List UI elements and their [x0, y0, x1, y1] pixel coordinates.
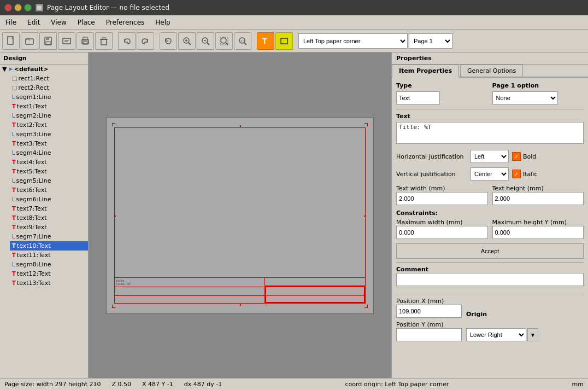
tree-item-label: text7:Text [17, 205, 47, 212]
menu-help[interactable]: Help [150, 18, 175, 27]
text-icon: T [12, 206, 16, 212]
zoom-actual-button[interactable]: 1:1 [234, 32, 251, 50]
accept-button[interactable]: Accept [396, 243, 584, 259]
minimize-button[interactable] [14, 4, 22, 11]
max-height-input[interactable] [492, 226, 584, 239]
tree-item-segm7[interactable]: Lsegm7:Line [10, 232, 88, 241]
text-icon: T [12, 280, 16, 286]
rect-icon: □ [12, 85, 17, 91]
italic-checkbox[interactable]: ✓ [512, 170, 521, 178]
text-textarea[interactable]: Title: %T [396, 122, 584, 144]
type-input[interactable] [396, 91, 440, 104]
rotate-ccw-button[interactable] [160, 32, 177, 50]
v-just-row: Vertical justification Top Center Bottom… [396, 167, 584, 181]
svg-rect-15 [102, 38, 105, 39]
properties-title: Properties [396, 55, 432, 62]
tree-item-text2[interactable]: Ttext2:Text [10, 120, 88, 130]
tree-item-rect1[interactable]: □rect1:Rect [10, 74, 88, 83]
page1-select[interactable]: None Page 1 [492, 91, 558, 104]
tree-item-text13[interactable]: Ttext13:Text [10, 278, 88, 288]
window-controls[interactable] [4, 4, 32, 11]
canvas-area[interactable]: title Title: %T [89, 53, 391, 378]
title-text: Page Layout Editor — no file selected [47, 4, 169, 11]
tab-item-properties[interactable]: Item Properties [392, 65, 459, 78]
tab-general-options[interactable]: General Options [460, 65, 523, 77]
properties-content: Type Page 1 option None Page 1 Text Titl… [392, 78, 588, 349]
tree-item-text6[interactable]: Ttext6:Text [10, 185, 88, 195]
text-tool-button[interactable]: T [257, 32, 274, 50]
bold-checkbox-wrapper: ✓ Bold [512, 152, 536, 161]
tree-item-segm1[interactable]: Lsegm1:Line [10, 92, 88, 102]
redo-button[interactable] [137, 32, 154, 50]
tree-item-text9[interactable]: Ttext9:Text [10, 223, 88, 232]
page-select-wrapper: Page 1 [409, 33, 452, 49]
tree-item-rect2[interactable]: □rect2:Rect [10, 83, 88, 92]
save-button[interactable] [39, 32, 57, 50]
zoom-fit-button[interactable] [215, 32, 233, 50]
tree-item-segm8[interactable]: Lsegm8:Line [10, 260, 88, 269]
tree-item-label: text9:Text [17, 224, 47, 231]
constraints-row: Maximum width (mm) Maximum height Y (mm) [396, 219, 584, 239]
tree-item-label: text13:Text [17, 280, 51, 287]
pos-x-input[interactable] [396, 305, 462, 318]
svg-text:T: T [262, 37, 267, 45]
new-button[interactable] [2, 32, 20, 50]
tree-item-label: segm6:Line [16, 196, 51, 203]
tree-root[interactable]: ▼ ➤ <default> [0, 65, 88, 74]
tree-item-segm5[interactable]: Lsegm5:Line [10, 176, 88, 185]
corner-select[interactable]: Left Top paper corner [298, 33, 408, 49]
zoom-in-button[interactable] [178, 32, 196, 50]
titlebar: Page Layout Editor — no file selected [0, 0, 588, 15]
tree-item-text7[interactable]: Ttext7:Text [10, 204, 88, 213]
tree-item-text5[interactable]: Ttext5:Text [10, 167, 88, 176]
max-width-input[interactable] [396, 226, 488, 239]
tree-item-label: segm3:Line [16, 131, 51, 138]
menu-place[interactable]: Place [72, 18, 101, 27]
text-width-col: Text width (mm) [396, 185, 488, 205]
bold-checkbox[interactable]: ✓ [512, 152, 521, 161]
tree-item-text1[interactable]: Ttext1:Text [10, 102, 88, 111]
v-just-select[interactable]: Top Center Bottom [471, 167, 509, 181]
svg-rect-7 [63, 38, 70, 44]
tree-item-segm3[interactable]: Lsegm3:Line [10, 130, 88, 139]
tree-item-text12[interactable]: Ttext12:Text [10, 269, 88, 278]
menu-edit[interactable]: Edit [22, 18, 45, 27]
tree-item-segm6[interactable]: Lsegm6:Line [10, 195, 88, 204]
print-button[interactable] [77, 32, 94, 50]
tree-item-label: text12:Text [17, 270, 51, 277]
origin-select[interactable]: Lower Right Lower Left Upper Right Upper… [466, 328, 526, 341]
tree-item-text10[interactable]: Ttext10:Text [10, 241, 88, 251]
menu-view[interactable]: View [45, 18, 72, 27]
undo-button[interactable] [118, 32, 136, 50]
maximize-button[interactable] [24, 4, 32, 11]
tree-item-text11[interactable]: Ttext11:Text [10, 251, 88, 260]
tree-item-text8[interactable]: Ttext8:Text [10, 213, 88, 223]
text-icon: T [12, 243, 16, 249]
comment-input[interactable] [396, 273, 584, 286]
tree-item-segm2[interactable]: Lsegm2:Line [10, 111, 88, 120]
delete-button[interactable] [95, 32, 113, 50]
menu-file[interactable]: File [0, 18, 22, 27]
svg-line-20 [189, 43, 191, 45]
origin-col: Origin [466, 311, 487, 318]
tree-item-text4[interactable]: Ttext4:Text [10, 158, 88, 167]
tree-item-label: segm8:Line [16, 261, 51, 268]
menu-preferences[interactable]: Preferences [101, 18, 150, 27]
origin-dropdown-button[interactable]: ▼ [527, 328, 538, 341]
close-button[interactable] [4, 4, 12, 11]
pos-y-input[interactable] [396, 328, 462, 341]
h-just-select[interactable]: Left Center Right [471, 150, 509, 163]
max-width-col: Maximum width (mm) [396, 219, 488, 239]
text-height-input[interactable] [492, 192, 584, 205]
tree-item-segm4[interactable]: Lsegm4:Line [10, 148, 88, 158]
tree-item-label: segm4:Line [16, 149, 51, 156]
page-select[interactable]: Page 1 [409, 33, 452, 49]
text-width-input[interactable] [396, 192, 488, 205]
print-preview-button[interactable] [58, 32, 75, 50]
pos-x-row: Position X (mm) Origin [396, 298, 584, 318]
rect-tool-button[interactable] [275, 32, 293, 50]
pos-x-label: Position X (mm) [396, 298, 462, 305]
tree-item-text3[interactable]: Ttext3:Text [10, 139, 88, 148]
zoom-out-button[interactable] [197, 32, 214, 50]
open-button[interactable] [21, 32, 38, 50]
